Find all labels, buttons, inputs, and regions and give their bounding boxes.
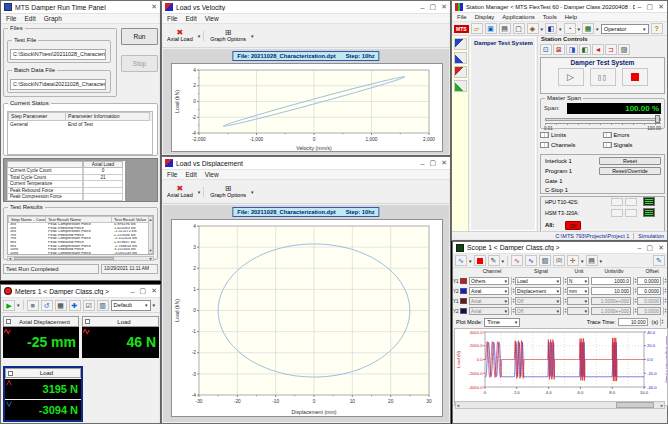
program-reset-override-button[interactable]: Reset/Override — [599, 167, 661, 175]
station-controls-button-5[interactable]: ◄ — [592, 44, 604, 55]
minimize-button[interactable]: – — [131, 288, 135, 295]
channel-combo[interactable]: Axial▾ — [469, 297, 509, 305]
menu-view[interactable]: View — [205, 15, 219, 22]
menu-edit[interactable]: Edit — [185, 15, 196, 22]
help-button[interactable]: ? — [651, 23, 663, 34]
axial-load-button[interactable]: ✖ Axial Load — [164, 185, 196, 198]
offset-input[interactable]: 0.0000 — [637, 297, 661, 305]
access-level-combo[interactable]: Operator▾ — [601, 24, 649, 34]
close-button[interactable]: ✕ — [658, 3, 664, 11]
channel-combo[interactable]: Others▾ — [469, 277, 509, 285]
trace-color-swatch[interactable] — [460, 298, 467, 304]
plot-mode-combo[interactable]: Time▾ — [484, 318, 520, 327]
station-controls-button-1[interactable]: ⊡ — [540, 44, 552, 55]
cursor-caret[interactable]: ▾ — [581, 258, 584, 264]
titlebar-displacement[interactable]: Load vs Displacement –▢✕ — [162, 157, 450, 170]
menu-file[interactable]: File — [167, 171, 177, 178]
hsm-low-button[interactable] — [611, 209, 623, 217]
meter-style-button[interactable]: ▥ — [97, 300, 109, 311]
function-generator-icon[interactable] — [454, 38, 467, 50]
run-button[interactable]: Run — [121, 28, 158, 45]
scope-scroll-thumb[interactable] — [616, 402, 654, 408]
meter-axial-displacement[interactable]: Axial Displacement -25 mm — [3, 316, 79, 358]
run-scope-button[interactable]: ∿ — [455, 255, 467, 266]
display-toggle-4-caret[interactable]: ▾ — [596, 26, 599, 32]
station-controls-button-4[interactable]: ◧ — [579, 44, 591, 55]
status-row[interactable]: GeneralEnd of Test — [8, 121, 152, 127]
meter-checkbox[interactable] — [85, 319, 90, 324]
print-scope-button[interactable]: ▤ — [586, 255, 598, 266]
maximize-button[interactable]: ▢ — [647, 244, 654, 252]
minimize-button[interactable]: – — [421, 160, 425, 167]
stop-scope-button[interactable] — [474, 255, 486, 266]
scope-hscrollbar[interactable]: ◄► — [455, 401, 665, 409]
axial-load-button[interactable]: ✖ Axial Load — [164, 29, 196, 42]
add-meter-button[interactable]: ✚ — [69, 300, 81, 311]
interlock-reset-button[interactable]: Reset — [599, 157, 661, 165]
zero-button[interactable]: {0} — [553, 255, 565, 266]
scope-setup-caret[interactable]: ▾ — [502, 258, 505, 264]
offset-input[interactable]: 0.0000 — [637, 307, 661, 315]
trace-color-swatch[interactable] — [460, 288, 467, 294]
hpu-high-button[interactable] — [625, 198, 637, 206]
preview-button[interactable]: ▢ — [513, 23, 525, 34]
axial-load-caret[interactable]: ▾ — [198, 33, 201, 39]
unit-combo[interactable]: ▾ — [567, 307, 589, 315]
offset-input-spinner[interactable]: ▲▼ — [663, 307, 667, 315]
menu-edit[interactable]: Edit — [24, 15, 35, 22]
reset-meters-button[interactable]: ↺ — [41, 300, 53, 311]
cursor-button[interactable]: ✛ — [567, 255, 579, 266]
span-slider-thumb[interactable] — [655, 115, 660, 123]
menu-file[interactable]: File — [457, 14, 467, 20]
meter-group-load-selected[interactable]: Load 3195 N -3094 N — [3, 366, 83, 422]
results-hscrollbar[interactable]: ◄► — [7, 256, 154, 261]
menu-graph[interactable]: Graph — [44, 15, 62, 22]
station-controls-button-7[interactable]: ▨ — [618, 44, 630, 55]
all-off-button[interactable]: Off — [565, 221, 581, 230]
hpu-low-button[interactable] — [611, 198, 623, 206]
trace-time-input[interactable]: 10.000 — [618, 318, 648, 326]
hsm-high-button[interactable] — [625, 209, 637, 217]
close-button[interactable]: ✕ — [151, 3, 157, 11]
station-controls-button-2[interactable]: ⊠ — [553, 44, 565, 55]
graph-options-caret[interactable]: ▾ — [251, 33, 254, 39]
meter-checkbox[interactable] — [8, 371, 13, 376]
titlebar-scope[interactable]: Scope 1 < Damper Class.cfg > –▢✕ — [453, 242, 667, 254]
maximize-button[interactable]: ▢ — [647, 3, 654, 11]
units-div-input[interactable]: 10.000 — [591, 287, 631, 295]
scope-channel-row[interactable]: Y2Axial▾▲▼Displacement▾▲▼mm▾10.000▲▼0.00… — [453, 286, 667, 296]
graph-options-caret[interactable]: ▾ — [251, 189, 254, 195]
close-button[interactable]: ✕ — [658, 244, 664, 252]
print-caret[interactable]: ▾ — [600, 258, 603, 264]
signal-scope-icon[interactable] — [454, 66, 467, 78]
scope-channel-row[interactable]: Y1Others▾▲▼Load▾▲▼N▾1000.0▲▼0.0000▲▼ — [453, 276, 667, 286]
menu-applications[interactable]: Applications — [502, 14, 534, 20]
run-scope-caret[interactable]: ▾ — [469, 258, 472, 264]
signal-combo[interactable]: Displacement▾ — [515, 287, 561, 295]
unit-combo[interactable]: ▾ — [567, 297, 589, 305]
maximize-button[interactable]: ▢ — [430, 159, 437, 167]
results-col-header[interactable]: Step Name - Counter — [8, 216, 46, 223]
offset-input-spinner[interactable]: ▲▼ — [663, 277, 667, 285]
close-button[interactable]: ✕ — [441, 159, 447, 167]
scope-channel-row[interactable]: Y2Axial▾▲▼Off▾▲▼▾1.0000e+000▲▼0.0000▲▼ — [453, 306, 667, 316]
status-col-header[interactable]: Parameter Information — [66, 112, 150, 121]
maximize-button[interactable]: ▢ — [430, 3, 437, 11]
station-setup-icon[interactable] — [454, 52, 467, 64]
offset-input[interactable]: 0.0000 — [637, 287, 661, 295]
show-checkboxes-button[interactable]: ☑ — [83, 300, 95, 311]
maximize-button[interactable]: ▢ — [140, 287, 147, 295]
layout-grid-button[interactable]: ▦ — [55, 300, 67, 311]
start-meters-button[interactable]: ▶ — [3, 300, 15, 311]
result-row[interactable]: 10hzPeak Compression Force-3.092149 kN — [8, 252, 153, 255]
titlebar-velocity[interactable]: Load vs Velocity –▢✕ — [162, 1, 450, 14]
start-dropdown-caret[interactable]: ▾ — [17, 302, 20, 308]
graph-options-button[interactable]: ⊞ Graph Options — [207, 29, 249, 42]
scope-setup-button[interactable]: ✎ — [488, 255, 500, 266]
titlebar-meters[interactable]: Meters 1 < Damper Class.cfg > –▢✕ — [1, 285, 160, 298]
minimize-button[interactable]: – — [421, 4, 425, 11]
offset-input-spinner[interactable]: ▲▼ — [663, 287, 667, 295]
close-button[interactable]: ✕ — [441, 3, 447, 11]
menu-file[interactable]: File — [167, 15, 177, 22]
unit-combo[interactable]: mm▾ — [567, 287, 589, 295]
